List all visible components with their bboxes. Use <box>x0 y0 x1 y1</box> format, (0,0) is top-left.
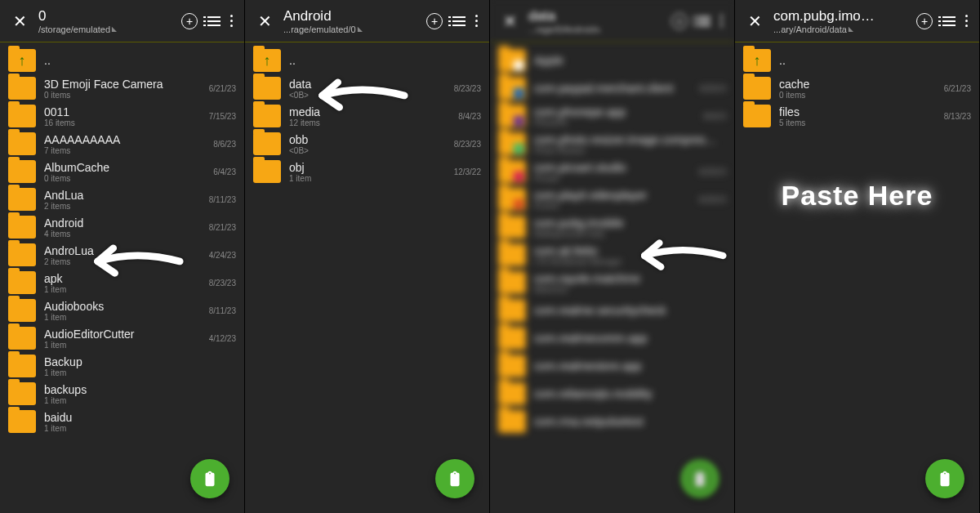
close-icon[interactable]: ✕ <box>250 7 280 36</box>
row-text: com.pubg.imobile Battlegrounds India <box>534 216 721 239</box>
folder-icon <box>498 327 526 350</box>
folder-row[interactable]: com.phonepe.app PhonePe 8/4/23 <box>490 101 734 129</box>
title-block[interactable]: com.pubg.imo… ...ary/Android/data <box>770 8 916 34</box>
folder-row[interactable]: AudioEditorCutter 1 item 4/12/23 <box>0 323 244 351</box>
folder-row[interactable]: .. <box>735 46 979 74</box>
folder-row[interactable]: .. <box>245 46 489 74</box>
folder-name: apk <box>44 272 204 285</box>
folder-meta: 0 items <box>779 91 939 100</box>
close-icon[interactable]: ✕ <box>5 7 35 36</box>
folder-icon <box>8 160 36 183</box>
folder-row[interactable]: obb <0B> 8/23/23 <box>245 129 489 157</box>
paste-fab[interactable] <box>435 459 474 498</box>
folder-meta: Photo Resizer <box>534 146 721 155</box>
folder-row[interactable]: AndroLua 2 items 4/24/23 <box>0 240 244 268</box>
folder-row[interactable]: com.realme.securitycheck <box>490 296 734 323</box>
tab-title: com.pubg.imo… <box>773 8 916 25</box>
folder-icon <box>253 49 281 72</box>
overflow-menu-icon[interactable] <box>965 15 968 27</box>
folder-meta: 1 item <box>44 341 204 350</box>
folder-row[interactable]: com.photo.resizer.image.compressor Photo… <box>490 129 734 157</box>
folder-row[interactable]: AAAAAAAAAA 7 items 8/6/23 <box>0 129 244 157</box>
paste-fab[interactable] <box>190 459 229 498</box>
view-list-icon[interactable] <box>207 16 220 26</box>
folder-meta: Battlegrounds India <box>534 230 721 239</box>
title-block[interactable]: 0 /storage/emulated <box>35 8 181 34</box>
folder-row[interactable]: Apple <box>490 46 734 74</box>
folder-date: 4/24/23 <box>204 251 236 260</box>
row-text: Audiobooks 1 item <box>44 300 204 322</box>
folder-row[interactable]: apk 1 item 8/23/23 <box>0 268 244 296</box>
folder-row[interactable]: com.rayole.matchme Matchme <box>490 268 734 296</box>
row-text: .. <box>779 54 966 67</box>
folder-row[interactable]: Android 4 items 8/21/23 <box>0 212 244 240</box>
folder-row[interactable]: data <0B> 8/23/23 <box>245 74 489 101</box>
row-text: Android 4 items <box>44 216 204 239</box>
folder-row[interactable]: cache 0 items 6/21/23 <box>735 74 979 101</box>
view-list-icon[interactable] <box>942 16 956 26</box>
folder-meta: 1 item <box>44 424 231 433</box>
folder-row[interactable]: 3D Emoji Face Camera 0 items 6/21/23 <box>0 74 244 101</box>
folder-row[interactable]: 0011 16 items 7/15/23 <box>0 101 244 129</box>
view-list-icon[interactable] <box>697 16 710 26</box>
folder-name: files <box>779 105 939 118</box>
folder-icon <box>8 77 36 100</box>
file-list[interactable]: .. cache 0 items 6/21/23 files 5 items 8… <box>735 42 979 186</box>
folder-row[interactable]: AlbumCache 0 items 6/4/23 <box>0 157 244 185</box>
folder-date: 8/21/23 <box>204 223 236 232</box>
folder-name: com.qti.ltebc <box>534 244 721 257</box>
close-icon[interactable]: ✕ <box>740 7 770 36</box>
paste-fab[interactable] <box>680 459 719 498</box>
folder-row[interactable]: Audiobooks 1 item 8/11/23 <box>0 296 244 323</box>
folder-row[interactable]: media 12 items 8/4/23 <box>245 101 489 129</box>
file-list[interactable]: Apple com.paypal.merchant.client 3/20/23… <box>490 42 734 492</box>
folder-meta: 1 item <box>289 174 449 183</box>
add-tab-icon[interactable]: + <box>671 13 688 29</box>
folder-row[interactable]: com.realmecomm.app <box>490 323 734 351</box>
folder-meta: 4 items <box>44 230 204 239</box>
title-block[interactable]: Android ...rage/emulated/0 <box>280 8 426 34</box>
add-tab-icon[interactable]: + <box>916 13 933 29</box>
folder-name: AndLua <box>44 189 204 202</box>
folder-row[interactable]: com.paypal.merchant.client 3/20/23 <box>490 74 734 101</box>
file-list[interactable]: .. data <0B> 8/23/23 media 12 items 8/4/… <box>245 42 489 242</box>
folder-name: com.realme.securitycheck <box>534 304 721 317</box>
folder-icon <box>253 77 281 100</box>
add-tab-icon[interactable]: + <box>181 13 198 29</box>
row-text: com.rayole.matchme Matchme <box>534 272 721 294</box>
overflow-menu-icon[interactable] <box>475 15 478 27</box>
folder-row[interactable]: baidu 1 item <box>0 407 244 435</box>
tab-title: data <box>528 8 671 25</box>
folder-name: media <box>289 105 453 118</box>
folder-row[interactable]: files 5 items 8/13/23 <box>735 101 979 129</box>
folder-row[interactable]: obj 1 item 12/3/22 <box>245 157 489 185</box>
folder-row[interactable]: com.rma.netpulsetest <box>490 407 734 435</box>
folder-meta: PLAYit <box>534 202 694 211</box>
folder-icon <box>8 49 36 72</box>
overflow-menu-icon[interactable] <box>720 15 723 27</box>
folder-name: data <box>289 78 449 91</box>
folder-date: 6/21/23 <box>939 84 971 93</box>
folder-row[interactable]: Backup 1 item <box>0 351 244 379</box>
folder-row[interactable]: backups 1 item <box>0 379 244 407</box>
folder-row[interactable]: com.qti.ltebc LTE Broadcast Manager <box>490 240 734 268</box>
folder-row[interactable]: AndLua 2 items 8/11/23 <box>0 185 244 212</box>
title-block[interactable]: data ...rage/0/Android <box>525 8 671 34</box>
folder-date: 8/23/23 <box>204 279 236 288</box>
folder-row[interactable]: com.realmestore.app <box>490 351 734 379</box>
folder-row[interactable]: com.playit.videoplayer PLAYit 6/20/23 <box>490 185 734 212</box>
overflow-menu-icon[interactable] <box>230 15 233 27</box>
file-list[interactable]: .. 3D Emoji Face Camera 0 items 6/21/23 … <box>0 42 244 492</box>
close-icon[interactable]: ✕ <box>495 7 525 36</box>
folder-row[interactable]: com.pubg.imobile Battlegrounds India <box>490 212 734 240</box>
tab-path: /storage/emulated <box>38 25 181 34</box>
folder-icon <box>498 299 526 322</box>
add-tab-icon[interactable]: + <box>426 13 443 29</box>
folder-row[interactable]: .. <box>0 46 244 74</box>
folder-row[interactable]: com.picsart.studio Picsart 6/20/23 <box>490 157 734 185</box>
folder-row[interactable]: com.reliancejio.mobility <box>490 379 734 407</box>
folder-date: 6/20/23 <box>694 167 726 176</box>
paste-fab[interactable] <box>925 459 964 498</box>
view-list-icon[interactable] <box>452 16 466 26</box>
folder-date: 8/23/23 <box>449 140 481 149</box>
